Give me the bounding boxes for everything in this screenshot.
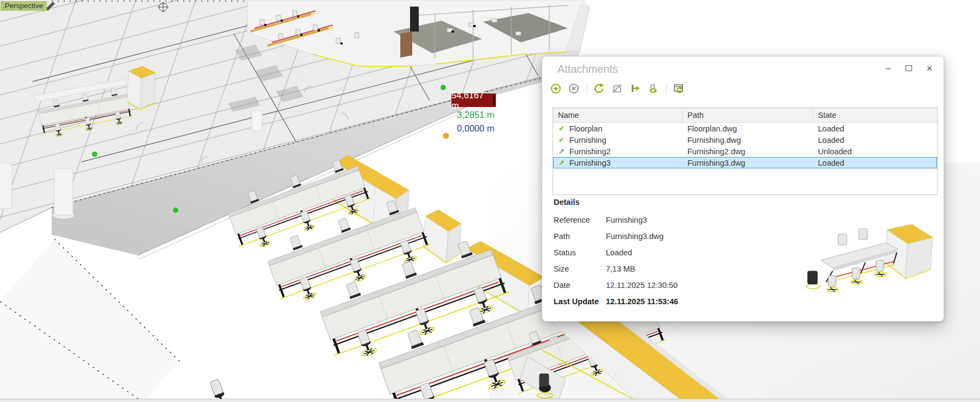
detail-label: Size [554,265,606,273]
detach-icon[interactable] [568,83,580,95]
table-header: Name Path State [553,108,937,123]
detail-label: Date [554,281,606,290]
detail-value: 7,13 MB [606,265,635,273]
close-button[interactable]: × [925,63,934,74]
wood-door [400,32,412,58]
row-state: Loaded [813,124,937,133]
toolbar-separator [666,83,667,94]
unloaded-arrow-icon [557,148,566,155]
maximize-button[interactable] [904,63,913,74]
minimize-button[interactable]: – [884,63,892,74]
orange-marker-icon[interactable] [443,133,449,139]
loaded-check-icon [557,125,566,132]
row-state: Loaded [813,159,937,167]
row-path: Furnishing3.dwg [683,159,813,167]
detail-label-last-update: Last Update [554,297,606,306]
coordinate-x-input[interactable]: 54,6167 m [451,93,496,107]
details-heading: Details [554,198,678,206]
coordinate-y-value: 3,2851 m [451,108,495,122]
attach-icon[interactable] [550,83,562,95]
row-name: Furnishing3 [569,159,611,167]
nested-arrow-icon [557,159,566,166]
detail-value: 12.11.2025 12:30:50 [606,281,678,290]
detail-label: Reference [554,216,606,224]
column-header-state[interactable]: State [813,108,937,122]
detail-value: Furnishing3.dwg [606,232,663,241]
application-window: .Perspective 54,6167 m 3,2851 m 0,0000 m… [0,0,980,402]
attachment-preview-image [804,218,940,315]
details-panel: Details ReferenceFurnishing3 PathFurnish… [554,198,678,310]
green-marker-icon[interactable] [441,85,446,90]
toolbar-separator [587,83,587,94]
open-source-icon[interactable] [673,83,685,95]
dialog-title[interactable]: Attachments [557,63,618,76]
update-icon[interactable] [647,83,659,95]
view-label[interactable]: .Perspective [1,1,47,11]
reload-icon[interactable] [593,83,605,95]
detail-label: Path [554,232,606,241]
detail-value: Loaded [606,248,632,257]
row-state: Loaded [813,136,937,145]
green-marker-icon[interactable] [173,208,178,213]
window-bottom-edge [0,399,980,402]
row-path: Furnishing.dwg [683,136,813,145]
bind-icon[interactable] [629,83,641,95]
detail-value: Furnishing3 [606,216,647,224]
cabinet[interactable] [127,66,156,110]
maximize-icon [905,65,912,71]
coordinate-z-value: 0,0000 m [451,122,495,135]
row-name: Floorplan [569,124,602,133]
text-caret [493,95,494,105]
table-row[interactable]: Floorplan Floorplan.dwg Loaded [553,123,937,134]
row-state: Unloaded [813,147,937,156]
dark-column [410,7,419,32]
unload-icon[interactable] [611,83,623,95]
column-header-path[interactable]: Path [683,108,813,122]
green-marker-icon[interactable] [92,152,97,157]
row-path: Furnishing2.dwg [683,147,813,156]
row-name: Furnishing2 [569,147,611,156]
column-header-name[interactable]: Name [553,108,683,122]
row-name: Furnishing [569,136,606,145]
table-row-selected[interactable]: Furnishing3 Furnishing3.dwg Loaded [553,157,937,168]
table-row[interactable]: Furnishing2 Furnishing2.dwg Unloaded [553,146,937,157]
row-path: Floorplan.dwg [683,124,813,133]
detail-label: Status [554,248,606,257]
table-row[interactable]: Furnishing Furnishing.dwg Loaded [553,134,937,146]
loaded-check-icon [557,136,566,143]
detail-value-last-update: 12.11.2025 11:53:46 [606,297,678,306]
attachments-dialog: Attachments – × [542,56,944,322]
dialog-toolbar [550,82,691,95]
attachments-table: Name Path State Floorplan Floorplan.dwg … [553,108,938,195]
